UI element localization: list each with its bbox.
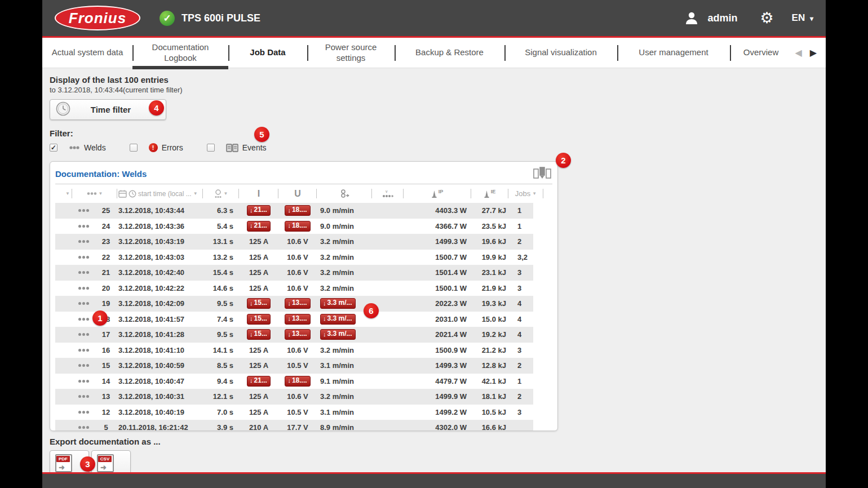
tab-actual-system-data[interactable]: Actual system data xyxy=(42,38,132,68)
limit-down-arrow-icon: ↓ xyxy=(323,315,326,322)
voltage-icon: U xyxy=(294,189,301,199)
wire-feed-speed-value: 9.1 m/min xyxy=(317,377,372,385)
table-row[interactable]: 193.12.2018, 10:42:099.5 s↓15...↓13....↓… xyxy=(55,296,533,312)
power-value: 1500.7 W xyxy=(404,253,471,261)
annotation-badge-4: 4 xyxy=(149,100,164,116)
events-checkbox[interactable]: ✓ xyxy=(207,144,215,152)
user-name[interactable]: admin xyxy=(707,12,737,24)
annotation-badge-2: 2 xyxy=(556,153,571,168)
tab-documentation-logbook[interactable]: Documentation Logbook xyxy=(132,38,228,68)
start-time: 3.12.2018, 10:40:19 xyxy=(117,408,203,416)
errors-label: Errors xyxy=(162,143,183,152)
weld-number: 13 xyxy=(95,392,117,401)
column-current[interactable]: I xyxy=(239,184,278,203)
tab-signal-visualization[interactable]: Signal visualization xyxy=(504,38,617,68)
wire-feed-speed-value: ↓3.3 m/... xyxy=(317,314,372,325)
nav-prev-icon[interactable]: ◀ xyxy=(795,47,801,58)
power-value: 1501.4 W xyxy=(404,268,471,277)
device-title: TPS 600i PULSE xyxy=(181,12,260,24)
weld-number: 25 xyxy=(95,206,117,215)
pdf-file-icon: PDF ➜ xyxy=(55,454,72,472)
filter-option-errors[interactable]: ✓ ! Errors xyxy=(130,143,183,152)
events-icon xyxy=(226,144,238,152)
voltage-value: ↓13.... xyxy=(278,298,317,309)
energy-value: 15.0 kJ xyxy=(471,315,508,323)
wire-feed-icon xyxy=(338,189,351,198)
start-time: 3.12.2018, 10:43:03 xyxy=(117,253,203,261)
table-row[interactable]: 223.12.2018, 10:43:0313.2 s125 A10.6 V3.… xyxy=(55,250,533,265)
table-row[interactable]: 520.11.2018, 16:21:423.9 s210 A17.7 V8.9… xyxy=(55,420,533,431)
tab-backup-restore[interactable]: Backup & Restore xyxy=(395,38,504,68)
table-row[interactable]: 163.12.2018, 10:41:1014.1 s125 A10.6 V3.… xyxy=(55,343,533,358)
chevron-down-icon: ▾ xyxy=(810,15,813,23)
errors-icon: ! xyxy=(149,143,158,152)
limit-violation-badge: ↓13.... xyxy=(285,329,310,340)
limit-down-arrow-icon: ↓ xyxy=(250,377,253,384)
language-selector[interactable]: EN ▾ xyxy=(792,12,813,24)
jobs-value: 2 xyxy=(508,361,543,370)
table-row[interactable]: 183.12.2018, 10:41:577.4 s↓15...↓13....↓… xyxy=(55,312,533,327)
filter-option-events[interactable]: ✓ Events xyxy=(207,143,267,152)
voltage-value: 17.7 V xyxy=(278,423,317,431)
wire-feed-speed-value: 3.2 m/min xyxy=(317,392,372,401)
current-value: ↓21... xyxy=(239,205,278,216)
limit-violation-badge: ↓21... xyxy=(247,376,271,387)
column-start-time[interactable]: start time (local ... ▼ xyxy=(117,184,203,203)
weld-duration: 8.5 s xyxy=(203,361,239,370)
energy-value: 19.3 kJ xyxy=(471,299,508,308)
column-filter[interactable]: ▼ xyxy=(55,184,72,203)
column-voltage[interactable]: U xyxy=(278,184,317,203)
table-row[interactable]: 123.12.2018, 10:40:197.0 s125 A10.5 V3.1… xyxy=(55,405,533,420)
errors-checkbox[interactable]: ✓ xyxy=(130,144,138,152)
filter-options: ✓ Welds ✓ ! Errors ✓ xyxy=(50,143,826,152)
welds-checkbox[interactable]: ✓ xyxy=(50,144,57,152)
weld-duration: 5.4 s xyxy=(203,222,239,230)
nav-next-icon[interactable]: ▶ xyxy=(810,47,817,58)
table-row[interactable]: 143.12.2018, 10:40:479.4 s↓21...↓18....9… xyxy=(55,374,533,389)
table-row[interactable]: 173.12.2018, 10:41:289.5 s↓15...↓13....↓… xyxy=(55,327,533,343)
tab-job-data[interactable]: Job Data xyxy=(228,38,307,68)
power-value: 1500.1 W xyxy=(404,284,471,292)
wire-feed-speed-value: 3.2 m/min xyxy=(317,268,372,277)
table-row[interactable]: 253.12.2018, 10:43:446.3 s↓21...↓18....9… xyxy=(55,203,533,219)
settings-gear-icon[interactable]: ⚙ xyxy=(760,11,773,26)
column-config-icon[interactable] xyxy=(533,167,552,180)
tab-overview[interactable]: Overview xyxy=(730,38,792,68)
power-value: 1499.9 W xyxy=(404,392,471,401)
table-row[interactable]: 243.12.2018, 10:43:365.4 s↓21...↓18....9… xyxy=(55,219,533,234)
start-time: 3.12.2018, 10:40:31 xyxy=(117,392,203,401)
tab-user-management[interactable]: User management xyxy=(617,38,730,68)
weld-number: 19 xyxy=(95,299,117,308)
table-row[interactable]: 153.12.2018, 10:40:598.5 s125 A10.5 V3.1… xyxy=(55,358,533,374)
tab-power-source-settings[interactable]: Power source settings xyxy=(307,38,395,68)
sort-icon: ▼ xyxy=(99,191,103,196)
table-row[interactable]: 233.12.2018, 10:43:1913.1 s125 A10.6 V3.… xyxy=(55,234,533,250)
table-row[interactable]: 203.12.2018, 10:42:2214.6 s125 A10.6 V3.… xyxy=(55,281,533,296)
weld-number: 23 xyxy=(95,237,117,246)
column-jobs[interactable]: Jobs ▼ xyxy=(508,184,543,203)
jobs-value: 4 xyxy=(508,330,543,339)
current-value: ↓15... xyxy=(239,298,278,309)
current-value: ↓21... xyxy=(239,221,278,232)
filter-option-welds[interactable]: ✓ Welds xyxy=(50,143,106,152)
annotation-badge-1: 1 xyxy=(92,310,108,326)
column-weld-number[interactable]: ▼ xyxy=(72,184,117,203)
entries-heading: Display of the last 100 entries xyxy=(50,75,826,85)
current-icon: I xyxy=(258,189,260,199)
weld-duration: 12.1 s xyxy=(203,392,239,401)
column-wire-feed-speed[interactable] xyxy=(317,184,372,203)
table-row[interactable]: 213.12.2018, 10:42:4015.4 s125 A10.6 V3.… xyxy=(55,265,533,281)
column-duration[interactable]: ▼ xyxy=(203,184,239,203)
start-time: 3.12.2018, 10:42:09 xyxy=(117,299,203,308)
weld-dots-icon xyxy=(72,411,95,414)
weld-number: 21 xyxy=(95,268,117,277)
wire-feed-speed-value: 3.2 m/min xyxy=(317,284,372,292)
weld-number: 20 xyxy=(95,284,117,292)
limit-down-arrow-icon: ↓ xyxy=(250,315,253,322)
table-row[interactable]: 133.12.2018, 10:40:3112.1 s125 A10.6 V3.… xyxy=(55,389,533,405)
limit-violation-badge: ↓15... xyxy=(247,298,271,309)
column-welding-speed[interactable]: v xyxy=(372,184,404,203)
column-power[interactable]: IP xyxy=(404,184,471,203)
column-energy[interactable]: IE xyxy=(471,184,508,203)
weld-dots-icon xyxy=(72,318,95,321)
